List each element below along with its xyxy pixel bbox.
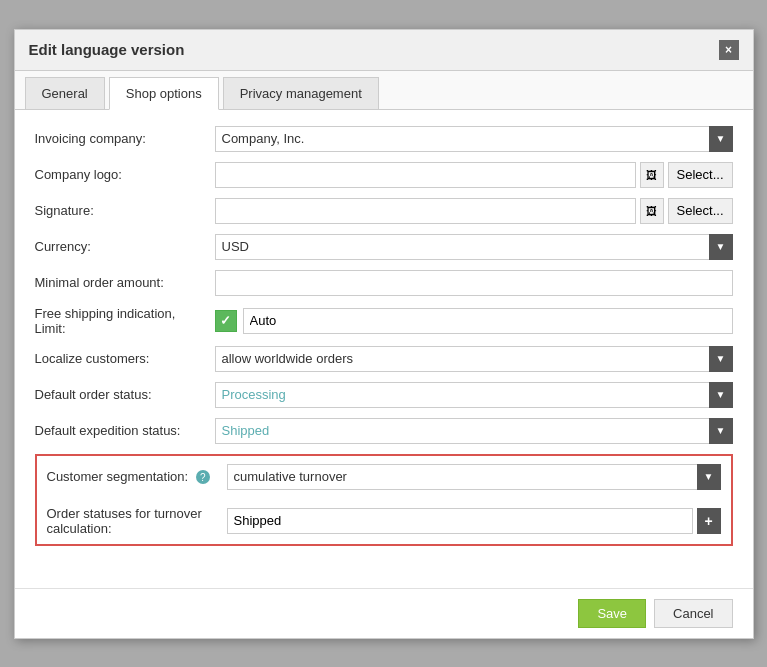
currency-label: Currency: — [35, 239, 215, 254]
image-icon-2: 🖼 — [646, 205, 657, 217]
dialog-title: Edit language version — [29, 41, 185, 58]
default-order-status-select-wrap: Processing — [215, 382, 733, 408]
default-order-status-label: Default order status: — [35, 387, 215, 402]
dialog-header: Edit language version × — [15, 30, 753, 71]
default-order-status-select[interactable]: Processing — [215, 382, 733, 408]
free-shipping-checkbox[interactable] — [215, 310, 237, 332]
signature-icon-btn[interactable]: 🖼 — [640, 198, 664, 224]
image-icon: 🖼 — [646, 169, 657, 181]
invoicing-company-select-wrap: Company, Inc. — [215, 126, 733, 152]
signature-select-btn[interactable]: Select... — [668, 198, 733, 224]
order-statuses-input[interactable] — [227, 508, 693, 534]
dialog-footer: Save Cancel — [15, 588, 753, 638]
invoicing-company-control: Company, Inc. — [215, 126, 733, 152]
company-logo-label: Company logo: — [35, 167, 215, 182]
signature-input[interactable] — [215, 198, 636, 224]
customer-segmentation-label: Customer segmentation: — [47, 469, 189, 484]
signature-label: Signature: — [35, 203, 215, 218]
localize-customers-select[interactable]: allow worldwide orders — [215, 346, 733, 372]
currency-control: USD — [215, 234, 733, 260]
invoicing-company-select[interactable]: Company, Inc. — [215, 126, 733, 152]
currency-select-wrap: USD — [215, 234, 733, 260]
minimal-order-input[interactable] — [215, 270, 733, 296]
tab-shop-options[interactable]: Shop options — [109, 77, 219, 110]
free-shipping-row: Free shipping indication, Limit: — [35, 306, 733, 336]
customer-segmentation-row: Customer segmentation: ? cumulative turn… — [37, 456, 731, 498]
company-logo-select-btn[interactable]: Select... — [668, 162, 733, 188]
company-logo-icon-btn[interactable]: 🖼 — [640, 162, 664, 188]
invoicing-company-label: Invoicing company: — [35, 131, 215, 146]
default-expedition-control: Shipped — [215, 418, 733, 444]
default-expedition-select[interactable]: Shipped — [215, 418, 733, 444]
order-statuses-row: Order statuses for turnover calculation:… — [37, 498, 731, 544]
customer-segmentation-select[interactable]: cumulative turnover — [227, 464, 721, 490]
cancel-button[interactable]: Cancel — [654, 599, 732, 628]
localize-customers-label: Localize customers: — [35, 351, 215, 366]
currency-select[interactable]: USD — [215, 234, 733, 260]
tab-bar: General Shop options Privacy management — [15, 71, 753, 110]
default-expedition-row: Default expedition status: Shipped — [35, 418, 733, 444]
localize-customers-select-wrap: allow worldwide orders — [215, 346, 733, 372]
company-logo-row: Company logo: 🖼 Select... — [35, 162, 733, 188]
save-button[interactable]: Save — [578, 599, 646, 628]
default-expedition-label: Default expedition status: — [35, 423, 215, 438]
dialog: Edit language version × General Shop opt… — [14, 29, 754, 639]
free-shipping-label: Free shipping indication, Limit: — [35, 306, 215, 336]
signature-control: 🖼 Select... — [215, 198, 733, 224]
customer-segmentation-label-wrap: Customer segmentation: ? — [47, 469, 227, 485]
customer-segmentation-control: cumulative turnover — [227, 464, 721, 490]
add-order-status-button[interactable]: + — [697, 508, 721, 534]
highlighted-section: Customer segmentation: ? cumulative turn… — [35, 454, 733, 546]
currency-row: Currency: USD — [35, 234, 733, 260]
invoicing-company-row: Invoicing company: Company, Inc. — [35, 126, 733, 152]
tab-general[interactable]: General — [25, 77, 105, 109]
free-shipping-input[interactable] — [243, 308, 733, 334]
minimal-order-control — [215, 270, 733, 296]
close-button[interactable]: × — [719, 40, 739, 60]
help-icon[interactable]: ? — [196, 470, 210, 484]
order-statuses-control: + — [227, 508, 721, 534]
free-shipping-control — [215, 308, 733, 334]
order-statuses-label: Order statuses for turnover calculation: — [47, 506, 227, 536]
minimal-order-label: Minimal order amount: — [35, 275, 215, 290]
signature-row: Signature: 🖼 Select... — [35, 198, 733, 224]
default-order-status-row: Default order status: Processing — [35, 382, 733, 408]
company-logo-input[interactable] — [215, 162, 636, 188]
company-logo-control: 🖼 Select... — [215, 162, 733, 188]
dialog-body: Invoicing company: Company, Inc. Company… — [15, 110, 753, 562]
tab-privacy-management[interactable]: Privacy management — [223, 77, 379, 109]
default-order-status-control: Processing — [215, 382, 733, 408]
default-expedition-select-wrap: Shipped — [215, 418, 733, 444]
localize-customers-control: allow worldwide orders — [215, 346, 733, 372]
minimal-order-row: Minimal order amount: — [35, 270, 733, 296]
customer-segmentation-select-wrap: cumulative turnover — [227, 464, 721, 490]
localize-customers-row: Localize customers: allow worldwide orde… — [35, 346, 733, 372]
